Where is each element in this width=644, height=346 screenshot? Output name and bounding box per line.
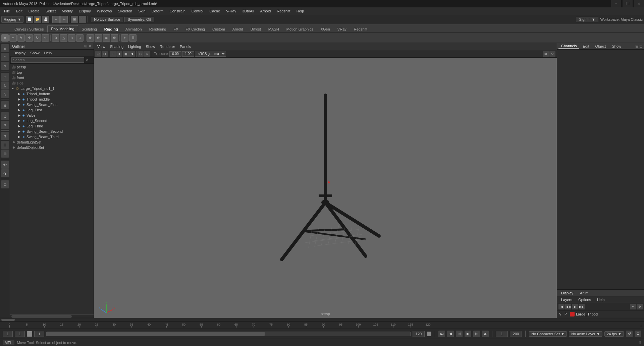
sculpt-icon[interactable]: ⌑ xyxy=(1,121,9,129)
snap-grid-icon[interactable]: ⊞ xyxy=(71,16,78,23)
snap-edge-icon[interactable]: ◇ xyxy=(68,34,75,42)
soft-select-left-icon[interactable]: ⊙ xyxy=(1,112,9,120)
menu-windows[interactable]: Windows xyxy=(94,8,115,14)
new-file-icon[interactable]: 📄 xyxy=(26,16,33,23)
layer-p-checkbox[interactable]: P xyxy=(565,312,569,316)
tab-show[interactable]: Show xyxy=(609,44,624,49)
move-tool-icon[interactable]: ✛ xyxy=(25,34,33,42)
search-clear-icon[interactable]: ✕ xyxy=(86,58,89,62)
menu-skeleton[interactable]: Skeleton xyxy=(115,8,135,14)
outliner-show-menu[interactable]: Show xyxy=(28,51,42,55)
tab-rendering[interactable]: Rendering xyxy=(146,25,170,33)
exposure-input[interactable] xyxy=(169,51,181,57)
step-forward-btn[interactable]: ▷ xyxy=(473,331,480,337)
viewport-canvas[interactable]: persp X Y Z xyxy=(94,58,557,318)
rigging-icon-2[interactable]: ☰ xyxy=(1,141,9,149)
tab-channels[interactable]: Channels xyxy=(558,44,579,49)
display-icon[interactable]: 👁 xyxy=(1,161,9,169)
playback-end-frame[interactable] xyxy=(413,331,425,337)
tree-item-large-tripod[interactable]: ▼ ⬡ Large_Tripod_nd1_1 xyxy=(10,86,94,91)
timeline-area[interactable]: 0 5 10 15 20 25 30 35 40 45 50 55 60 65 … xyxy=(0,321,644,329)
outliner-close-icon[interactable]: ✕ xyxy=(89,44,92,48)
timeline-scroll-thumb[interactable] xyxy=(1,319,15,321)
outliner-search-input[interactable] xyxy=(11,57,84,63)
vp-light-icon[interactable]: ◑ xyxy=(129,51,135,57)
layers-prev-btn[interactable]: ◀ xyxy=(558,304,565,309)
vp-wireframe-icon[interactable]: □ xyxy=(110,51,116,57)
panel-icon-1[interactable]: ⊞ xyxy=(635,44,639,49)
minimize-button[interactable]: − xyxy=(611,0,621,7)
open-file-icon[interactable]: 📂 xyxy=(34,16,41,23)
outliner-display-menu[interactable]: Display xyxy=(11,51,28,55)
tree-item-swing-beam-third[interactable]: ▶ ◈ Swing_Beam_Third xyxy=(10,134,94,139)
tab-bifrost[interactable]: Bifrost xyxy=(247,25,265,33)
fps-selector[interactable]: 24 fps ▼ xyxy=(604,331,624,337)
grid-icon[interactable]: ⊡ xyxy=(1,180,9,188)
outliner-float-icon[interactable]: ⊞ xyxy=(84,44,87,48)
sign-in-btn[interactable]: Sign In ▼ xyxy=(576,17,598,22)
joint-tool-icon[interactable]: ⊕ xyxy=(87,34,94,42)
vp-settings-icon[interactable]: ⚙ xyxy=(549,51,555,57)
menu-select[interactable]: Select xyxy=(43,8,59,14)
no-live-surface-btn[interactable]: No Live Surface xyxy=(91,17,123,22)
menu-constrain[interactable]: Constrain xyxy=(167,8,188,14)
tab-rigging[interactable]: Rigging xyxy=(101,25,122,33)
play-forward-btn[interactable]: ▶ xyxy=(465,331,471,337)
tree-item-swing-beam-first[interactable]: ▶ ◈ Swing_Beam_First xyxy=(10,102,94,107)
vp-menu-shading[interactable]: Shading xyxy=(108,44,125,49)
tab-edit[interactable]: Edit xyxy=(580,44,592,49)
tab-anim-layers[interactable]: Anim xyxy=(577,291,591,295)
vp-menu-panels[interactable]: Panels xyxy=(178,44,193,49)
tab-custom[interactable]: Custom xyxy=(209,25,229,33)
layers-settings-btn[interactable]: ⚙ xyxy=(637,304,643,309)
gamma-input[interactable] xyxy=(182,51,194,57)
menu-deform[interactable]: Deform xyxy=(149,8,166,14)
vp-aa-icon[interactable]: A xyxy=(144,51,150,57)
vp-menu-lighting[interactable]: Lighting xyxy=(126,44,143,49)
paint-select-icon[interactable]: ✎ xyxy=(17,34,25,42)
tab-fx[interactable]: FX xyxy=(170,25,182,33)
rotate-icon[interactable]: ↻ xyxy=(1,81,9,90)
paint-icon[interactable]: ✎ xyxy=(1,62,9,70)
play-back-btn[interactable]: ◁ xyxy=(456,331,463,337)
lasso-icon[interactable]: ⌖ xyxy=(1,53,9,61)
vp-texture-icon[interactable]: ▦ xyxy=(123,51,129,57)
menu-3dtoall[interactable]: 3DtoAll xyxy=(239,8,257,14)
vp-solid-icon[interactable]: ■ xyxy=(116,51,122,57)
tree-item-tripod-bottom[interactable]: ▶ ◈ Tripod_bottom xyxy=(10,91,94,97)
loop-btn[interactable]: ↺ xyxy=(626,331,633,337)
sub-tab-help[interactable]: Help xyxy=(594,297,607,302)
tree-item-leg-third[interactable]: ▶ ◈ Leg_Third xyxy=(10,123,94,129)
show-manipulator-icon[interactable]: ⊕ xyxy=(1,101,9,109)
playback-range-from[interactable] xyxy=(496,331,508,337)
menu-redshift[interactable]: Redshift xyxy=(274,8,293,14)
vp-bookmark-icon[interactable]: ⊞ xyxy=(543,51,549,57)
select-icon[interactable]: ◈ xyxy=(1,44,9,52)
tab-arnold[interactable]: Arnold xyxy=(229,25,247,33)
rotate-tool-icon[interactable]: ↻ xyxy=(34,34,41,42)
vp-menu-show[interactable]: Show xyxy=(144,44,157,49)
playback-start-frame[interactable] xyxy=(3,331,13,337)
snap-face-icon[interactable]: □ xyxy=(76,34,84,42)
render-icon[interactable]: ◑ xyxy=(1,169,9,177)
menu-skin[interactable]: Skin xyxy=(136,8,148,14)
outliner-help-menu[interactable]: Help xyxy=(42,51,54,55)
menu-edit[interactable]: Edit xyxy=(13,8,25,14)
menu-help[interactable]: Help xyxy=(294,8,307,14)
symmetry-btn[interactable]: Symmetry: Off xyxy=(124,17,154,22)
tree-item-top[interactable]: 🎥 top xyxy=(10,70,94,75)
tree-item-swing-beam-second[interactable]: ▶ ◈ Swing_Beam_Second xyxy=(10,129,94,134)
sub-tab-options[interactable]: Options xyxy=(576,297,594,302)
menu-vray[interactable]: V-Ray xyxy=(223,8,239,14)
scale-tool-icon[interactable]: ⤡ xyxy=(42,34,49,42)
tab-fx-caching[interactable]: FX Caching xyxy=(182,25,208,33)
save-icon[interactable]: 💾 xyxy=(42,16,49,23)
vp-menu-view[interactable]: View xyxy=(95,44,107,49)
layers-prev2-btn[interactable]: ◀◀ xyxy=(565,304,571,309)
playback-range-to[interactable] xyxy=(510,331,522,337)
workspace-selector[interactable]: Rigging ▼ xyxy=(1,16,23,23)
menu-create[interactable]: Create xyxy=(26,8,42,14)
layer-v-checkbox[interactable]: V xyxy=(559,312,563,316)
tree-item-front[interactable]: 🎥 front xyxy=(10,75,94,80)
character-set-selector[interactable]: No Character Set ▼ xyxy=(529,331,567,337)
